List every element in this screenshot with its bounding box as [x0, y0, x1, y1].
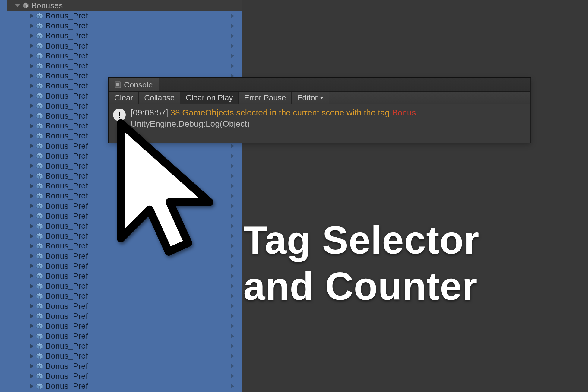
- chevron-right-icon[interactable]: [231, 374, 234, 378]
- chevron-right-icon[interactable]: [231, 174, 234, 178]
- foldout-arrow-icon[interactable]: [30, 204, 33, 208]
- foldout-arrow-icon[interactable]: [30, 344, 33, 349]
- hierarchy-item[interactable]: Bonus_Pref: [7, 51, 242, 61]
- chevron-right-icon[interactable]: [231, 144, 234, 148]
- chevron-right-icon[interactable]: [231, 154, 234, 158]
- clear-button[interactable]: Clear: [109, 92, 139, 104]
- hierarchy-item[interactable]: Bonus_Pref: [7, 361, 242, 371]
- foldout-arrow-icon[interactable]: [15, 4, 20, 7]
- foldout-arrow-icon[interactable]: [30, 324, 33, 328]
- foldout-arrow-icon[interactable]: [30, 153, 33, 158]
- chevron-right-icon[interactable]: [231, 14, 234, 18]
- hierarchy-item[interactable]: Bonus_Pref: [7, 281, 242, 291]
- chevron-right-icon[interactable]: [231, 214, 234, 218]
- chevron-right-icon[interactable]: [231, 284, 234, 288]
- hierarchy-item[interactable]: Bonus_Pref: [7, 271, 242, 281]
- chevron-right-icon[interactable]: [231, 54, 234, 58]
- chevron-right-icon[interactable]: [231, 334, 234, 338]
- foldout-arrow-icon[interactable]: [30, 234, 33, 239]
- chevron-right-icon[interactable]: [231, 184, 234, 188]
- foldout-arrow-icon[interactable]: [30, 213, 33, 218]
- chevron-right-icon[interactable]: [231, 224, 234, 228]
- hierarchy-item[interactable]: Bonus_Pref: [7, 261, 242, 271]
- foldout-arrow-icon[interactable]: [30, 184, 33, 188]
- hierarchy-item[interactable]: Bonus_Pref: [7, 371, 242, 381]
- chevron-right-icon[interactable]: [231, 194, 234, 198]
- chevron-right-icon[interactable]: [231, 304, 234, 308]
- chevron-right-icon[interactable]: [231, 274, 234, 278]
- foldout-arrow-icon[interactable]: [30, 364, 33, 368]
- foldout-arrow-icon[interactable]: [30, 24, 33, 28]
- hierarchy-item-label: Bonus_Pref: [46, 201, 88, 211]
- hierarchy-item[interactable]: Bonus_Pref: [7, 61, 242, 71]
- chevron-right-icon[interactable]: [231, 324, 234, 328]
- chevron-right-icon[interactable]: [231, 34, 234, 38]
- foldout-arrow-icon[interactable]: [30, 33, 33, 38]
- hierarchy-item[interactable]: Bonus_Pref: [7, 291, 242, 301]
- foldout-arrow-icon[interactable]: [30, 374, 33, 378]
- tab-console[interactable]: Console: [109, 78, 159, 91]
- chevron-right-icon[interactable]: [231, 344, 234, 348]
- chevron-right-icon[interactable]: [231, 24, 234, 28]
- foldout-arrow-icon[interactable]: [30, 264, 33, 268]
- hierarchy-root-row[interactable]: Bonuses: [7, 0, 242, 11]
- chevron-right-icon[interactable]: [231, 44, 234, 48]
- hierarchy-item[interactable]: Bonus_Pref: [7, 331, 242, 341]
- foldout-arrow-icon[interactable]: [30, 194, 33, 198]
- chevron-right-icon[interactable]: [231, 384, 234, 388]
- foldout-arrow-icon[interactable]: [30, 134, 33, 138]
- foldout-arrow-icon[interactable]: [30, 304, 33, 308]
- hierarchy-item-label: Bonus_Pref: [46, 151, 88, 161]
- foldout-arrow-icon[interactable]: [30, 144, 33, 148]
- hierarchy-item[interactable]: Bonus_Pref: [7, 31, 242, 41]
- hierarchy-item[interactable]: Bonus_Pref: [7, 11, 242, 21]
- foldout-arrow-icon[interactable]: [30, 224, 33, 229]
- chevron-right-icon[interactable]: [231, 364, 234, 368]
- foldout-arrow-icon[interactable]: [30, 314, 33, 318]
- foldout-arrow-icon[interactable]: [30, 93, 33, 98]
- foldout-arrow-icon[interactable]: [30, 254, 33, 258]
- foldout-arrow-icon[interactable]: [30, 244, 33, 248]
- chevron-right-icon[interactable]: [231, 204, 234, 208]
- chevron-right-icon[interactable]: [231, 244, 234, 248]
- foldout-arrow-icon[interactable]: [30, 43, 33, 48]
- foldout-arrow-icon[interactable]: [30, 53, 33, 58]
- foldout-arrow-icon[interactable]: [30, 163, 33, 168]
- clear-on-play-toggle[interactable]: Clear on Play: [180, 92, 239, 104]
- foldout-arrow-icon[interactable]: [30, 113, 33, 118]
- hierarchy-item[interactable]: Bonus_Pref: [7, 41, 242, 51]
- foldout-arrow-icon[interactable]: [30, 124, 33, 128]
- hierarchy-item[interactable]: Bonus_Pref: [7, 341, 242, 351]
- hierarchy-item[interactable]: Bonus_Pref: [7, 321, 242, 331]
- chevron-right-icon[interactable]: [231, 234, 234, 238]
- collapse-toggle[interactable]: Collapse: [139, 92, 180, 104]
- foldout-arrow-icon[interactable]: [30, 103, 33, 108]
- chevron-right-icon[interactable]: [231, 74, 234, 78]
- chevron-right-icon[interactable]: [231, 354, 234, 358]
- foldout-arrow-icon[interactable]: [30, 354, 33, 359]
- foldout-arrow-icon[interactable]: [30, 84, 33, 88]
- foldout-arrow-icon[interactable]: [30, 273, 33, 278]
- foldout-arrow-icon[interactable]: [30, 14, 33, 18]
- foldout-arrow-icon[interactable]: [30, 174, 33, 179]
- chevron-right-icon[interactable]: [231, 164, 234, 168]
- hierarchy-item[interactable]: Bonus_Pref: [7, 311, 242, 321]
- chevron-right-icon[interactable]: [231, 314, 234, 318]
- editor-dropdown[interactable]: Editor: [292, 92, 329, 104]
- foldout-arrow-icon[interactable]: [30, 334, 33, 339]
- foldout-arrow-icon[interactable]: [30, 64, 33, 68]
- chevron-right-icon[interactable]: [231, 254, 234, 258]
- foldout-arrow-icon[interactable]: [30, 284, 33, 289]
- chevron-right-icon[interactable]: [231, 64, 234, 68]
- hierarchy-item[interactable]: Bonus_Pref: [7, 301, 242, 311]
- error-pause-toggle[interactable]: Error Pause: [239, 92, 292, 104]
- chevron-right-icon[interactable]: [231, 264, 234, 268]
- hierarchy-item[interactable]: Bonus_Pref: [7, 381, 242, 391]
- foldout-arrow-icon[interactable]: [30, 74, 33, 78]
- foldout-arrow-icon[interactable]: [30, 294, 33, 299]
- prefab-cube-icon: [36, 283, 43, 290]
- hierarchy-item[interactable]: Bonus_Pref: [7, 351, 242, 361]
- hierarchy-item[interactable]: Bonus_Pref: [7, 21, 242, 31]
- foldout-arrow-icon[interactable]: [30, 384, 33, 389]
- chevron-right-icon[interactable]: [231, 294, 234, 298]
